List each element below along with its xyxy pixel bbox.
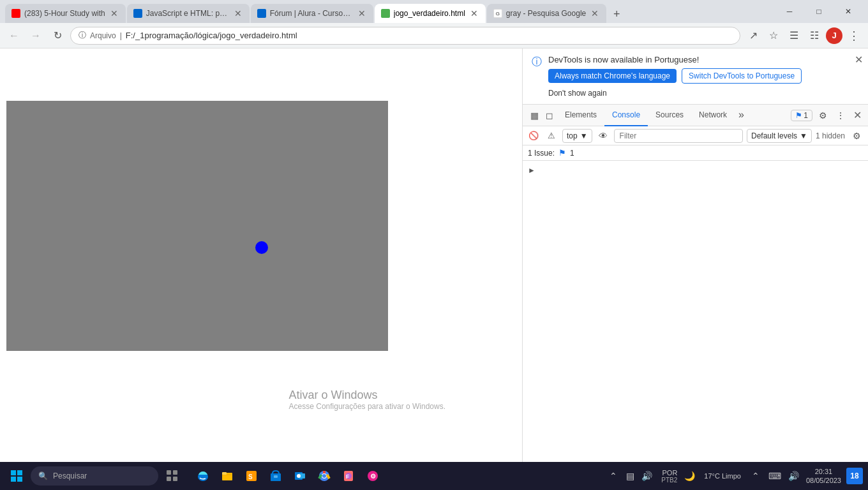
tab-more-button[interactable]: » — [735, 105, 748, 126]
window-controls: ─ □ ✕ — [775, 0, 863, 23]
devtools-device-button[interactable]: ◻ — [542, 108, 557, 123]
close-button[interactable]: ✕ — [834, 0, 863, 23]
devtools-more-button[interactable]: ⋮ — [833, 108, 848, 123]
favicon-file — [381, 9, 390, 18]
taskbar-explorer[interactable] — [216, 464, 239, 487]
tray-expand-button[interactable]: ⌃ — [606, 469, 620, 483]
svg-point-17 — [297, 474, 301, 478]
tab-alura-js[interactable]: JavaScript e HTML: pratique ✕ — [127, 4, 250, 23]
system-tray: ⌃ ▤ 🔊 — [606, 469, 654, 483]
share-button[interactable]: ↗ — [744, 27, 762, 45]
more-button[interactable]: ⋮ — [845, 27, 863, 45]
tray-volume-icon[interactable]: 🔊 — [640, 469, 654, 483]
clock-date: 08/05/2023 — [806, 476, 841, 485]
notification-actions: Always match Chrome's language Switch De… — [548, 68, 859, 98]
tab-console[interactable]: Console — [604, 105, 648, 126]
tab-jogo[interactable]: jogo_verdadeiro.html ✕ — [375, 4, 486, 23]
taskbar-store[interactable] — [264, 464, 287, 487]
filter-input[interactable] — [614, 129, 743, 143]
console-toolbar: 🚫 ⚠ top ▼ 👁 Default levels ▼ 1 hidden ⚙ — [523, 126, 868, 145]
temperature-label: 17°C Limpo — [704, 472, 741, 480]
console-line-1: ► — [528, 165, 863, 176]
context-selector[interactable]: top ▼ — [562, 129, 592, 143]
clear-console-button[interactable]: 🚫 — [527, 129, 541, 143]
game-canvas — [6, 101, 388, 351]
tab-close-2[interactable]: ✕ — [233, 8, 243, 19]
issue-count: 1 — [804, 111, 808, 120]
back-button[interactable]: ← — [5, 27, 23, 45]
tab-title-2: JavaScript e HTML: pratique — [146, 9, 229, 18]
tab-close-1[interactable]: ✕ — [109, 8, 119, 19]
svg-text:⚙: ⚙ — [370, 473, 376, 480]
issue-badge-container[interactable]: ⚑ 1 — [791, 110, 812, 121]
log-levels-label: Default levels — [751, 131, 797, 140]
profile-button[interactable]: J — [826, 27, 842, 44]
tab-title-5: gray - Pesquisa Google — [506, 9, 586, 18]
devtools-inspect-button[interactable]: ▦ — [527, 108, 542, 123]
taskbar-chrome[interactable] — [313, 464, 336, 487]
moon-icon[interactable]: 🌙 — [682, 469, 696, 483]
devtools-notification: ⓘ DevTools is now available in Portugues… — [523, 48, 868, 105]
page-content: Ativar o Windows Acesse Configurações pa… — [0, 48, 522, 462]
taskbar-sublime[interactable]: S — [240, 464, 263, 487]
blue-dot — [255, 241, 268, 254]
tab-close-3[interactable]: ✕ — [357, 8, 367, 19]
dont-show-again-button[interactable]: Don't show again — [548, 89, 607, 98]
taskbar-edge[interactable] — [191, 464, 214, 487]
tab-close-4[interactable]: ✕ — [469, 8, 479, 19]
notification-content: DevTools is now available in Portuguese!… — [548, 55, 859, 98]
svg-rect-1 — [17, 470, 22, 475]
tab-close-5[interactable]: ✕ — [590, 8, 600, 19]
search-icon: 🔍 — [38, 471, 48, 480]
log-levels-selector[interactable]: Default levels ▼ — [747, 129, 812, 143]
taskbar-apps: S — [191, 464, 384, 487]
outlook-icon — [294, 470, 306, 482]
sublang-label: PTB2 — [661, 477, 677, 484]
tray-network-icon[interactable]: ▤ — [623, 469, 637, 483]
tray-arrow-icon[interactable]: ⌃ — [749, 469, 763, 483]
readinglist-button[interactable]: ☰ — [785, 27, 803, 45]
taskbar-view-button[interactable] — [161, 464, 184, 487]
tab-alura-forum[interactable]: Fórum | Alura - Cursos onlin... ✕ — [251, 4, 373, 23]
sound-icon[interactable]: 🔊 — [787, 469, 801, 483]
minimize-button[interactable]: ─ — [775, 0, 804, 23]
taskbar-figma[interactable]: F — [337, 464, 360, 487]
taskbar-search[interactable]: 🔍 Pesquisar — [31, 466, 158, 486]
issues-flag-icon: ⚑ — [558, 148, 566, 158]
forward-button[interactable]: → — [27, 27, 45, 45]
refresh-button[interactable]: ↻ — [49, 27, 66, 45]
svg-rect-5 — [173, 470, 177, 475]
chrome-icon — [318, 470, 331, 482]
new-tab-button[interactable]: + — [608, 5, 625, 23]
split-button[interactable]: ☷ — [805, 27, 823, 45]
console-settings-button[interactable]: ⚙ — [849, 128, 864, 144]
url-bar[interactable]: ⓘ Arquivo | F:/_1programação/lógica/jogo… — [70, 27, 740, 45]
taskbar-outlook[interactable] — [288, 464, 311, 487]
taskbar-other[interactable]: ⚙ — [361, 464, 384, 487]
taskbar-right: ⌃ ▤ 🔊 POR PTB2 🌙 17°C Limpo ⌃ ⌨ 🔊 20:31 … — [606, 467, 863, 486]
eye-button[interactable]: 👁 — [596, 129, 610, 143]
maximize-button[interactable]: □ — [804, 0, 834, 23]
notification-badge[interactable]: 18 — [846, 468, 863, 484]
tab-elements[interactable]: Elements — [557, 105, 604, 126]
devtools-tabs: ▦ ◻ Elements Console Sources Network » ⚑ — [523, 105, 868, 126]
tab-network[interactable]: Network — [691, 105, 735, 126]
bookmark-button[interactable]: ☆ — [765, 27, 782, 45]
tab-youtube[interactable]: (283) 5-Hour Study with ✕ — [5, 4, 126, 23]
filter-toggle-button[interactable]: ⚠ — [544, 129, 558, 143]
tab-google[interactable]: G gray - Pesquisa Google ✕ — [487, 4, 606, 23]
title-bar: (283) 5-Hour Study with ✕ JavaScript e H… — [0, 0, 868, 23]
notification-close-button[interactable]: ✕ — [855, 54, 863, 66]
devtools-close-button[interactable]: ✕ — [851, 109, 864, 121]
devtools-settings-button[interactable]: ⚙ — [815, 108, 830, 123]
expand-arrow[interactable]: ► — [528, 166, 535, 175]
always-match-language-button[interactable]: Always match Chrome's language — [548, 69, 677, 83]
devtools-tab-right: ⚑ 1 ⚙ ⋮ ✕ — [791, 108, 864, 123]
activate-subtitle: Acesse Configurações para ativar o Windo… — [289, 402, 445, 411]
switch-to-portuguese-button[interactable]: Switch DevTools to Portuguese — [682, 68, 802, 84]
keyboard-icon[interactable]: ⌨ — [768, 469, 782, 483]
system-clock[interactable]: 20:31 08/05/2023 — [806, 467, 841, 486]
tab-sources[interactable]: Sources — [648, 105, 691, 126]
toolbar-actions: ↗ ☆ ☰ ☷ J ⋮ — [744, 27, 863, 45]
start-button[interactable] — [5, 464, 28, 487]
